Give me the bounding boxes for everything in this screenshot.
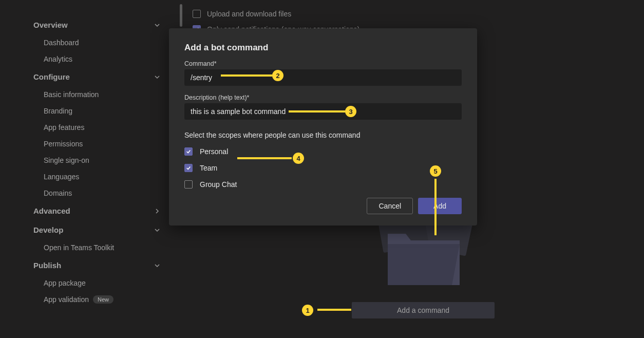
sidebar-item-label: App validation bbox=[44, 295, 89, 304]
checkbox-checked-icon[interactable] bbox=[184, 147, 193, 156]
add-button[interactable]: Add bbox=[418, 198, 462, 214]
sidebar-item-label: Open in Teams Toolkit bbox=[44, 243, 114, 252]
sidebar-item-teams-toolkit[interactable]: Open in Teams Toolkit bbox=[33, 239, 175, 256]
button-label: Add a command bbox=[397, 306, 449, 314]
command-label: Command* bbox=[184, 60, 462, 67]
section-develop[interactable]: Develop bbox=[33, 220, 175, 239]
add-command-button[interactable]: Add a command bbox=[352, 302, 495, 318]
chevron-right-icon bbox=[154, 208, 160, 214]
checkbox-unchecked-icon[interactable] bbox=[193, 10, 201, 18]
sidebar-item-app-validation[interactable]: App validation New bbox=[33, 291, 175, 308]
scope-personal[interactable]: Personal bbox=[184, 147, 462, 156]
checkbox-label: Upload and download files bbox=[207, 10, 291, 18]
chevron-down-icon bbox=[154, 262, 160, 269]
annotation-marker-2: 2 bbox=[272, 70, 283, 81]
sidebar-item-label: Dashboard bbox=[44, 39, 79, 47]
annotation-marker-5: 5 bbox=[430, 165, 441, 177]
sidebar-item-analytics[interactable]: Analytics bbox=[33, 51, 175, 67]
sidebar-item-single-sign-on[interactable]: Single sign-on bbox=[33, 152, 175, 168]
sidebar-item-label: Languages bbox=[44, 173, 79, 181]
modal-button-row: Cancel Add bbox=[184, 198, 462, 214]
cancel-button[interactable]: Cancel bbox=[367, 198, 413, 214]
scope-group-chat[interactable]: Group Chat bbox=[184, 180, 462, 189]
section-publish[interactable]: Publish bbox=[33, 256, 175, 275]
sidebar-item-label: Domains bbox=[44, 189, 72, 197]
sidebar-item-label: Branding bbox=[44, 107, 72, 115]
section-title: Configure bbox=[33, 72, 70, 81]
sidebar-item-branding[interactable]: Branding bbox=[33, 103, 175, 119]
sidebar-item-permissions[interactable]: Permissions bbox=[33, 136, 175, 152]
sidebar-item-domains[interactable]: Domains bbox=[33, 185, 175, 201]
section-title: Develop bbox=[33, 226, 63, 234]
scope-label: Team bbox=[200, 164, 217, 172]
button-label: Cancel bbox=[378, 202, 401, 210]
sidebar-item-dashboard[interactable]: Dashboard bbox=[33, 34, 175, 51]
scope-team[interactable]: Team bbox=[184, 164, 462, 172]
annotation-line bbox=[289, 110, 345, 112]
sidebar-item-label: App package bbox=[44, 279, 86, 287]
section-title: Overview bbox=[33, 21, 68, 29]
annotation-line bbox=[221, 74, 272, 77]
new-badge: New bbox=[93, 295, 113, 304]
sidebar: Overview Dashboard Analytics Configure B… bbox=[0, 0, 175, 308]
section-title: Advanced bbox=[33, 206, 70, 215]
sidebar-item-app-features[interactable]: App features bbox=[33, 119, 175, 136]
section-configure[interactable]: Configure bbox=[33, 67, 175, 86]
chevron-down-icon bbox=[154, 227, 160, 233]
annotation-marker-1: 1 bbox=[302, 305, 313, 316]
description-label: Description (help text)* bbox=[184, 94, 462, 101]
annotation-line bbox=[317, 309, 351, 311]
section-title: Publish bbox=[33, 261, 61, 270]
section-overview[interactable]: Overview bbox=[33, 15, 175, 34]
chevron-down-icon bbox=[154, 22, 160, 28]
sidebar-item-label: Basic information bbox=[44, 90, 99, 99]
checkbox-unchecked-icon[interactable] bbox=[184, 180, 193, 189]
sidebar-item-languages[interactable]: Languages bbox=[33, 168, 175, 185]
scopes-text: Select the scopes where people can use t… bbox=[184, 131, 462, 139]
annotation-marker-3: 3 bbox=[345, 106, 356, 117]
sidebar-item-label: App features bbox=[44, 123, 84, 132]
upload-files-option[interactable]: Upload and download files bbox=[193, 6, 359, 22]
sidebar-item-basic-information[interactable]: Basic information bbox=[33, 86, 175, 103]
scope-label: Personal bbox=[200, 147, 228, 156]
scroll-position-indicator bbox=[180, 4, 182, 27]
scope-label: Group Chat bbox=[200, 180, 237, 189]
section-advanced[interactable]: Advanced bbox=[33, 201, 175, 220]
annotation-line bbox=[434, 179, 437, 235]
modal-title: Add a bot command bbox=[184, 43, 462, 53]
sidebar-item-label: Analytics bbox=[44, 55, 72, 63]
sidebar-item-label: Permissions bbox=[44, 140, 83, 148]
add-bot-command-modal: Add a bot command Command* Description (… bbox=[169, 28, 477, 226]
annotation-line bbox=[237, 157, 292, 159]
sidebar-item-label: Single sign-on bbox=[44, 156, 89, 164]
command-input[interactable] bbox=[184, 69, 462, 86]
annotation-marker-4: 4 bbox=[293, 153, 304, 164]
chevron-down-icon bbox=[154, 74, 160, 80]
checkbox-checked-icon[interactable] bbox=[184, 164, 193, 172]
sidebar-item-app-package[interactable]: App package bbox=[33, 275, 175, 291]
